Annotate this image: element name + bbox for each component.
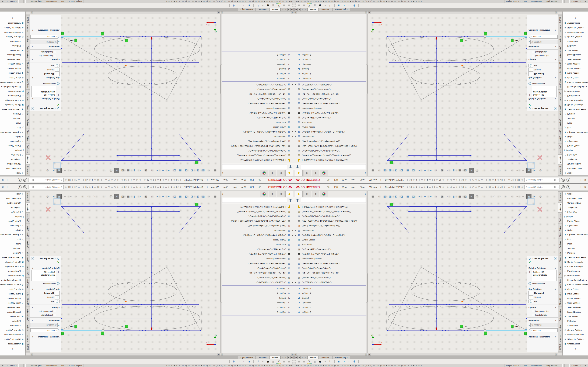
expand-arrow-icon[interactable]: ▸ [294, 136, 297, 138]
configurations-tab[interactable]: ⧓ [277, 191, 285, 197]
command-tab[interactable]: Features [558, 165, 562, 176]
command-tab[interactable]: Sheet Metal [558, 250, 562, 264]
tree-sketch-item[interactable]: ⊿ (-) Sketch2 [221, 71, 294, 76]
add-relation-row[interactable]: — Horizontal [527, 291, 558, 295]
sketch-menu-item[interactable]: ▪ Point [563, 242, 588, 246]
tree-item[interactable]: ▧ ◯ƨƧ✱◎ƨƧИNƷƐƨƧ◯◦◯ƨƧƷƐИNƨƧ◎✱ƨƧ◯ [294, 148, 367, 153]
quick-access-toolbar-icons[interactable]: ◎ ƷƐ ◎ Ш ◎ ◎ ◎ ✚ ◎ ƆC ◎ ƷƐ ◎ ◦ ◎ ƨƧ ◎ ✱ … [407, 186, 525, 188]
tree-item[interactable]: ▸ ▧ Design Binder [221, 228, 294, 233]
tree-item[interactable]: ▧ Solid Bodies [221, 242, 294, 247]
sketch-menu-item[interactable]: ▪ Point [0, 121, 25, 125]
search-caret-icon[interactable]: ▾ [29, 186, 31, 188]
sketch-menu-item[interactable]: ⌒ Centerpoint Arc [563, 162, 588, 166]
sketch-menu-item[interactable]: ⌂ Polygon [0, 112, 25, 117]
sketch-menu-item[interactable]: ✂ Trim Entities [0, 314, 25, 319]
close-button[interactable]: ✕ [583, 178, 588, 182]
tree-item[interactable]: ▸ ▧ ◯ƨƧИN◎◦✚Α✚◎ИNΑ◯◦◯ΑИN◎✚Α✚◦◎ИNƨƧ◯ [294, 233, 367, 237]
sketch-menu-item[interactable]: ∟ Fit Spline [0, 319, 25, 323]
scroll-right-icon[interactable]: ▶ [365, 12, 367, 13]
tree-item[interactable]: ▧ ◯·◎✚◯✱◉∥◯◦◯∥◉✱◯✚◎·◯ [221, 266, 294, 271]
sketch-menu-item[interactable]: ⊦ Extend Entities [563, 310, 588, 314]
scroll-right-icon[interactable]: ▶ [31, 354, 33, 355]
filter-eye-icon[interactable]: ▼ [260, 4, 266, 7]
panel-splitter[interactable] [221, 14, 222, 176]
folder-check-icon[interactable]: ◰ [236, 4, 242, 7]
sketch-menu-item[interactable]: ∟ Fit Spline [563, 319, 588, 323]
sketch-menu-item[interactable]: ⌂ Polygon [563, 250, 588, 255]
part-tab[interactable]: ◆ [295, 170, 303, 176]
add-relation-row[interactable]: ⚓ Fix [527, 299, 558, 304]
tree-item[interactable]: ▧ ◯✚ИN◎✦+◯✱◉∥◯◦◯∥◉✱◯+✦◎ИN✚◯ [294, 101, 367, 106]
command-tab[interactable]: Data Migration [558, 44, 562, 60]
quick-access-toolbar-icons[interactable]: ◎ ƷƐ ◎ Ш ◎ ◎ ◎ ✚ ◎ ƆC ◎ ƷƐ ◎ ◦ ◎ ƨƧ ◎ ✱ … [407, 179, 525, 181]
restore-button[interactable]: ❏ [577, 185, 583, 189]
sketch-menu-item[interactable]: ◯ Ellipse [563, 148, 588, 153]
sketch-menu-item[interactable]: ∿ Style Spline [563, 223, 588, 228]
property-manager-tab[interactable]: ⊕ [312, 191, 319, 197]
expand-arrow-icon[interactable]: ▸ [291, 136, 294, 138]
scroll-left-icon[interactable]: ◀ [294, 12, 297, 13]
option-row[interactable]: For construction [30, 54, 61, 58]
command-tab[interactable]: Direct Editing [26, 224, 30, 239]
tree-item[interactable]: ▧ Material <not specified> [294, 106, 367, 111]
relation-button-icon[interactable]: ❘ [55, 295, 60, 299]
scroll-left-icon[interactable]: ◀ [217, 12, 220, 13]
sketch-menu-item[interactable]: ≋ Intersection Curve [0, 332, 25, 337]
splitter-grip[interactable] [221, 273, 222, 303]
sketch-menu-item[interactable]: ◌ Perimeter Circle [0, 166, 25, 171]
menu-item[interactable]: Tools [358, 178, 367, 182]
sketch-menu-item[interactable]: ▣ Center Rectangle [0, 260, 25, 264]
menu-item[interactable]: File [325, 178, 332, 182]
command-tab[interactable]: Direct Editing [26, 128, 30, 143]
annotation-tag-icon[interactable]: ✉ [0, 364, 5, 367]
sketch-menu-item[interactable]: ⊜ Silhouette Entities [563, 337, 588, 342]
tab-nav-icon[interactable]: ▶ [301, 8, 304, 11]
exit-sketch-icon[interactable] [527, 198, 535, 205]
sketch-menu-item[interactable]: ◈ 3 Point Center Recta... [0, 107, 25, 112]
menu-item[interactable]: View [340, 178, 349, 182]
tab-nav-icon[interactable]: ▶| [281, 356, 284, 359]
menu-item[interactable]: Insert [230, 178, 239, 182]
additional-parameters-header[interactable]: Additional Parameters ∨ [527, 334, 558, 339]
option-row[interactable]: For construction [527, 309, 558, 313]
gear-icon[interactable]: ⚙ [231, 4, 236, 7]
horizontal-scrollbar[interactable]: ◀ ▶ ◀ ▶ [294, 12, 558, 14]
command-tab[interactable]: Surfaces [26, 143, 30, 154]
tree-sketch-item[interactable]: ⊿ (-) Sketch5 [294, 300, 367, 305]
sketch-menu-item[interactable]: ⊞ Copy Entities [563, 75, 588, 80]
tree-item[interactable]: ▸ ▧ Design Binder [294, 228, 367, 233]
help-icon[interactable]: ? [566, 185, 570, 189]
sketch-menu-item[interactable]: ⊛ Circular Sketch Pattern [0, 80, 25, 84]
format-painter-icon[interactable]: ✎ [276, 4, 281, 8]
relations-listbox[interactable]: Collinear108 Equal length109 [32, 86, 56, 97]
option-row[interactable]: Infinite length [30, 313, 61, 317]
command-tab[interactable]: Features [26, 165, 30, 176]
sketch-menu-item[interactable]: ◈ 3 Point Center Recta... [563, 107, 588, 112]
tab-nav-icon[interactable]: |◀ [291, 356, 294, 359]
sketch-menu-item[interactable]: ◌ Perimeter Circle [563, 166, 588, 171]
sketch-menu-item[interactable]: ⊏ Offset Entities [563, 21, 588, 25]
sketch-menu-item[interactable]: ▭ Corner Rectangle [563, 98, 588, 103]
toolbar-grip[interactable] [292, 360, 294, 364]
command-tab[interactable]: Mesh Modeling [558, 290, 562, 307]
sketch-menu-item[interactable]: ▭ Corner Rectangle [0, 264, 25, 269]
line-style-icon[interactable]: ≣ [271, 360, 276, 363]
sketch-menu-item[interactable]: ✂ Trim Entities [0, 48, 25, 53]
sketch-menu-item[interactable]: ∷ Linear Sketch Pattern [0, 84, 25, 89]
menu-expand-icon[interactable]: ∨ ∨ [563, 346, 588, 350]
relation-button-icon[interactable]: ⚓ [528, 300, 533, 303]
exit-sketch-icon[interactable] [53, 162, 61, 169]
sketch-menu-item[interactable]: ▱ Parallelogram [563, 94, 588, 98]
line-style-icon[interactable]: ≣ [271, 4, 276, 7]
sketch-menu-item[interactable]: ∿ Spline [0, 134, 25, 139]
sketch-menu-item[interactable]: ✂ Trim Entities [563, 48, 588, 53]
sketch-menu-item[interactable]: ◌ Perimeter Circle [0, 196, 25, 201]
command-tab[interactable]: Evaluate [558, 117, 562, 128]
menu-item[interactable]: Window [209, 178, 221, 182]
line-style-icon[interactable]: ≣ [312, 360, 317, 363]
relation-button-icon[interactable]: ⚓ [55, 64, 60, 67]
sketch-menu-item[interactable]: ↻ Rotate Entities [563, 67, 588, 71]
tree-item[interactable]: ▧ ◯ƨƧ✱◎ƨƧИNƷƐƨƧ◯◦◯ƨƧƷƐИNƨƧ◎✱ƨƧ◯ [294, 214, 367, 219]
tree-item[interactable]: ▧ Solid Bodies [221, 120, 294, 125]
document-tab[interactable]: Motion Study 1 [332, 356, 350, 359]
